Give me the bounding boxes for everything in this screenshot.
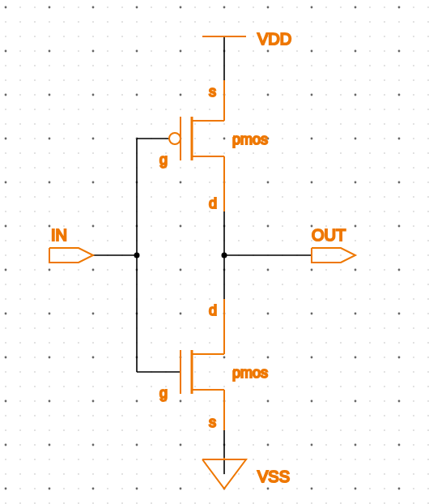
svg-point-136 <box>238 65 239 66</box>
svg-point-109 <box>282 50 282 51</box>
svg-point-592 <box>325 284 326 284</box>
svg-point-1025 <box>78 502 79 503</box>
svg-point-938 <box>121 459 122 459</box>
svg-point-31 <box>19 21 20 22</box>
svg-point-470 <box>296 225 297 226</box>
pmos-top[interactable] <box>169 80 224 211</box>
svg-point-396 <box>92 196 93 197</box>
svg-point-477 <box>398 225 401 228</box>
svg-point-570 <box>5 284 6 284</box>
svg-point-996 <box>92 488 95 490</box>
svg-point-28 <box>413 6 414 7</box>
svg-point-535 <box>369 254 370 255</box>
svg-point-642 <box>180 313 182 315</box>
svg-point-1016 <box>384 488 384 489</box>
svg-point-676 <box>238 327 239 328</box>
svg-point-2 <box>34 6 35 7</box>
svg-point-966 <box>92 473 93 474</box>
svg-point-1047 <box>398 502 399 503</box>
out-pin[interactable] <box>312 248 355 263</box>
svg-point-1024 <box>63 502 64 503</box>
svg-point-190 <box>151 94 151 95</box>
svg-point-461 <box>165 225 166 226</box>
in-pin[interactable] <box>49 248 93 263</box>
svg-point-445 <box>369 211 370 211</box>
svg-point-321 <box>311 152 312 153</box>
svg-point-799 <box>282 386 282 387</box>
svg-point-119 <box>427 50 428 51</box>
svg-point-683 <box>340 327 341 328</box>
svg-point-121 <box>19 65 20 66</box>
svg-point-696 <box>92 342 93 343</box>
svg-point-584 <box>209 284 210 284</box>
svg-point-581 <box>165 284 166 284</box>
svg-point-1017 <box>398 488 401 490</box>
svg-point-960 <box>5 473 6 474</box>
svg-point-417 <box>398 196 399 197</box>
svg-point-127 <box>107 65 108 66</box>
svg-point-608 <box>121 298 122 299</box>
svg-point-355 <box>369 167 370 168</box>
svg-point-264 <box>355 123 355 124</box>
svg-point-730 <box>151 357 151 357</box>
svg-point-316 <box>238 152 239 153</box>
svg-point-928 <box>413 444 414 445</box>
svg-point-259 <box>282 123 282 124</box>
svg-point-921 <box>311 444 313 446</box>
svg-point-578 <box>121 284 122 284</box>
svg-point-418 <box>413 196 414 197</box>
svg-point-810 <box>5 400 7 403</box>
svg-point-322 <box>325 152 326 153</box>
svg-point-967 <box>107 473 108 474</box>
svg-point-327 <box>398 152 399 153</box>
svg-point-184 <box>63 94 64 95</box>
svg-point-21 <box>311 6 313 9</box>
svg-point-784 <box>63 386 64 387</box>
svg-point-302 <box>34 152 35 153</box>
svg-point-67 <box>107 36 108 36</box>
svg-point-358 <box>413 167 414 168</box>
svg-point-939 <box>136 459 137 459</box>
svg-point-142 <box>325 65 326 66</box>
svg-point-550 <box>151 269 151 270</box>
svg-point-431 <box>165 211 166 211</box>
svg-point-360 <box>5 182 7 184</box>
svg-point-436 <box>238 211 239 211</box>
svg-point-1041 <box>311 502 312 503</box>
svg-point-802 <box>325 386 326 387</box>
svg-point-293 <box>340 138 341 139</box>
svg-point-873 <box>49 429 49 430</box>
svg-point-1018 <box>413 488 414 489</box>
svg-point-234 <box>355 109 355 109</box>
svg-point-625 <box>369 298 370 299</box>
svg-point-686 <box>384 327 384 328</box>
svg-point-1015 <box>369 488 370 489</box>
svg-point-199 <box>282 94 282 95</box>
svg-point-15 <box>223 6 226 9</box>
svg-point-58 <box>413 21 414 22</box>
svg-point-156 <box>92 79 93 80</box>
svg-point-832 <box>325 400 326 401</box>
d-bot-label: d <box>209 302 217 318</box>
svg-point-1007 <box>253 488 253 489</box>
svg-point-479 <box>427 225 428 226</box>
svg-point-414 <box>355 196 355 197</box>
svg-point-924 <box>355 444 357 446</box>
svg-point-69 <box>136 36 137 36</box>
svg-point-163 <box>194 79 195 80</box>
svg-point-10 <box>151 6 151 7</box>
svg-point-745 <box>369 357 370 357</box>
svg-point-62 <box>34 36 35 36</box>
svg-point-1021 <box>19 502 20 503</box>
svg-point-444 <box>355 211 355 211</box>
svg-point-32 <box>34 21 35 22</box>
svg-point-785 <box>78 386 79 387</box>
pmos-bottom[interactable] <box>181 299 224 430</box>
svg-point-622 <box>325 298 326 299</box>
svg-point-742 <box>325 357 326 357</box>
svg-point-306 <box>92 152 93 153</box>
svg-point-848 <box>121 415 122 416</box>
svg-point-567 <box>398 269 401 271</box>
svg-point-430 <box>151 211 151 211</box>
svg-point-747 <box>398 357 401 359</box>
